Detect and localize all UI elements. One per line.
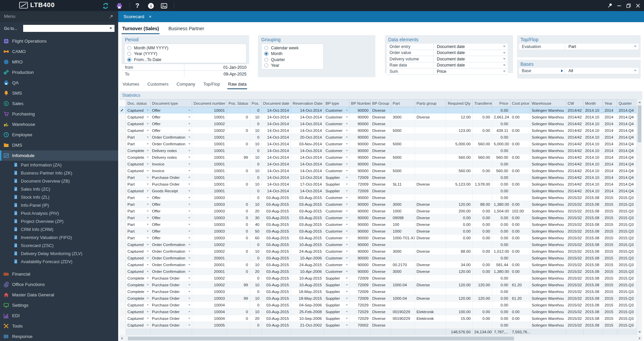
cell-dropdown-icon[interactable]	[188, 244, 190, 245]
cell-bp_type[interactable]: Supplier	[324, 308, 349, 315]
cell-required_qty[interactable]: 5,000.00	[446, 141, 472, 147]
column-header-month[interactable]: Month	[583, 100, 603, 107]
table-row[interactable]: PartOrder Confirmation1000101014-Oct-201…	[119, 141, 637, 147]
top-flop-dropdown[interactable]: Part	[565, 44, 639, 50]
cell-doc_number[interactable]: 10002	[192, 275, 227, 282]
column-header-doc_type[interactable]: Document type	[150, 100, 192, 107]
cell-doc_status[interactable]: Captured	[126, 322, 150, 329]
table-row[interactable]: PartOffer1000305003-Aug-201503-Aug-2015C…	[119, 228, 637, 235]
cell-parts_group[interactable]	[415, 288, 446, 295]
cell-res_date[interactable]: 14-Oct-2014	[291, 120, 324, 127]
radio-unselected-icon[interactable]	[264, 58, 268, 62]
cell-warehouse[interactable]: Solingen Warehou	[530, 107, 566, 114]
cell-part[interactable]: 3000	[391, 248, 415, 255]
cell-pos[interactable]: 30	[250, 214, 261, 221]
cell-bp_number[interactable]: 90000	[349, 120, 370, 127]
cell-bp_group[interactable]: Diverse	[370, 147, 391, 154]
cell-res_date[interactable]: 04-Sep-2006	[291, 302, 324, 308]
cell-parts_group[interactable]	[415, 141, 446, 147]
row-gutter[interactable]	[119, 161, 126, 167]
row-gutter[interactable]	[119, 322, 126, 329]
cell-dropdown-icon[interactable]	[147, 137, 149, 138]
cell-doc_date[interactable]: 03-Aug-2015	[261, 214, 291, 221]
cell-parts_group[interactable]	[415, 322, 446, 329]
cell-warehouse[interactable]: Solingen Warehou	[530, 141, 566, 147]
cell-warehouse[interactable]: Solingen Warehou	[530, 302, 566, 308]
column-header-year[interactable]: Year	[603, 100, 617, 107]
cell-dropdown-icon[interactable]	[346, 130, 348, 131]
cell-pos_status[interactable]: 0	[227, 127, 250, 134]
sidebar-subitem-part-information-za-[interactable]: Part Information (ZA)	[0, 161, 118, 169]
cell-parts_group[interactable]	[415, 167, 446, 174]
cell-doc_number[interactable]: 10003	[192, 194, 227, 201]
cell-doc_status[interactable]: Complete	[126, 275, 150, 282]
cell-required_qty[interactable]: 0.00	[446, 228, 472, 235]
cell-pos[interactable]: 10	[250, 201, 261, 208]
cell-pos[interactable]: 0	[250, 188, 261, 194]
cell-warehouse[interactable]: Solingen Warehou	[530, 288, 566, 295]
help-icon[interactable]: ?	[134, 2, 141, 9]
cell-bp_number[interactable]: 72009	[349, 188, 370, 194]
table-row[interactable]: CapturedGoods Receipt10001014-Oct-201414…	[119, 188, 637, 194]
cell-month[interactable]: 2015.08	[583, 241, 603, 248]
cell-doc_date[interactable]: 14-Oct-2014	[261, 188, 291, 194]
cell-doc_status[interactable]: Captured	[126, 114, 150, 120]
cell-dropdown-icon[interactable]	[147, 318, 149, 319]
cell-part[interactable]	[391, 288, 415, 295]
cell-dropdown-icon[interactable]	[147, 271, 149, 272]
table-row[interactable]: PartOffer1000306003-Aug-201503-Aug-2015C…	[119, 235, 637, 241]
cell-parts_group[interactable]	[415, 241, 446, 248]
cell-bp_number[interactable]: 90000	[349, 241, 370, 248]
cell-parts_group[interactable]	[415, 255, 446, 261]
table-row[interactable]: CapturedOrder Confirmation1000201003-Aug…	[119, 248, 637, 255]
cell-bp_number[interactable]: 90000	[349, 114, 370, 120]
cell-month[interactable]: 2015.08	[583, 221, 603, 228]
cell-bp_number[interactable]: 72029	[349, 308, 370, 315]
cell-pos[interactable]: 0	[250, 120, 261, 127]
cell-parts_group[interactable]: Elektronik	[415, 315, 446, 322]
cell-quarter[interactable]: 2014.Q4	[617, 154, 637, 161]
cell-cost_price[interactable]	[510, 288, 530, 295]
cell-month[interactable]: 2015.08	[583, 235, 603, 241]
cell-parts_group[interactable]	[415, 188, 446, 194]
cell-cost_price[interactable]	[510, 322, 530, 329]
cell-doc_status[interactable]: Part	[126, 141, 150, 147]
cell-dropdown-icon[interactable]	[188, 116, 190, 118]
cell-dropdown-icon[interactable]	[147, 298, 149, 299]
cell-doc_status[interactable]: Captured	[126, 167, 150, 174]
cell-res_date[interactable]: 14-Oct-2014	[291, 188, 324, 194]
cell-cw[interactable]: 2015/32	[566, 268, 583, 275]
cell-dropdown-icon[interactable]	[188, 264, 190, 265]
cell-required_qty[interactable]: 5,123.00	[446, 181, 472, 188]
cell-month[interactable]: 2015.08	[583, 302, 603, 308]
cell-required_qty[interactable]	[446, 134, 472, 141]
cell-month[interactable]: 2015.08	[583, 228, 603, 235]
sidebar-subitem-delivery-delay-monitoring-zlv-[interactable]: Delivery Delay Monitoring (ZLV)	[0, 249, 118, 257]
cell-bp_number[interactable]: 90000	[349, 235, 370, 241]
cell-doc_type[interactable]: Purchase Order	[150, 282, 192, 288]
cell-doc_number[interactable]: 10001	[192, 174, 227, 181]
cell-year[interactable]: 2014	[603, 114, 617, 120]
field-value[interactable]: 09-Apr-2025	[184, 72, 249, 77]
column-header-transferred[interactable]: Transferred	[472, 100, 492, 107]
cell-doc_type[interactable]: Offer	[150, 208, 192, 214]
cell-price[interactable]: 1,012.00	[492, 248, 510, 255]
cell-quarter[interactable]: 2015.Q3	[617, 221, 637, 228]
cell-pos[interactable]: 0	[250, 288, 261, 295]
radio-unselected-icon[interactable]	[127, 52, 131, 56]
cell-doc_number[interactable]: 10004	[192, 308, 227, 315]
cell-cost_price[interactable]: 0.00	[510, 221, 530, 228]
sidebar-subitem-crm-info-crm-[interactable]: CRM Info (CRM)	[0, 225, 118, 233]
sidebar-item-employee[interactable]: Employee	[0, 130, 118, 140]
cell-cost_price[interactable]: 0.00	[510, 248, 530, 255]
cell-bp_number[interactable]: 90000	[349, 107, 370, 114]
cell-year[interactable]: 2014	[603, 120, 617, 127]
row-gutter[interactable]	[119, 194, 126, 201]
cell-quarter[interactable]: 2015.Q3	[617, 255, 637, 261]
cell-bp_number[interactable]: 72029	[349, 302, 370, 308]
cell-dropdown-icon[interactable]	[346, 244, 348, 245]
cell-year[interactable]: 2014	[603, 161, 617, 167]
vertical-scrollbar[interactable]	[637, 99, 642, 335]
cell-bp_group[interactable]: Diverse	[370, 322, 391, 329]
sidebar-item-production[interactable]: Production	[0, 67, 118, 78]
